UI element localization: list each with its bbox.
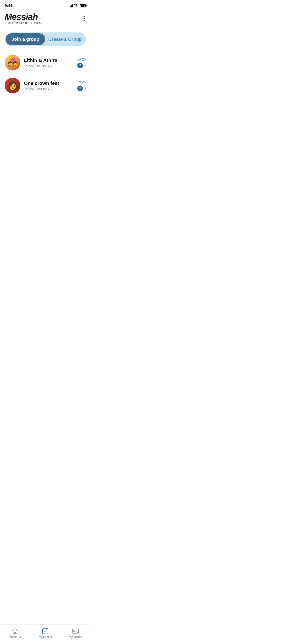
tab-toggle: Join a group Create a Group [5,32,86,46]
wifi-icon [74,4,79,8]
menu-dot [84,18,85,19]
chevron-icon-2: › [84,86,86,91]
battery-icon [80,4,86,8]
status-icons [69,4,86,8]
group-joined-1: Joined 10/10/2022 [24,64,74,68]
group-avatar-2 [5,78,21,94]
menu-dot [84,20,85,21]
group-time-1: 14:25 [77,57,86,61]
join-group-tab[interactable]: Join a group [6,34,45,45]
signal-icon [69,4,73,8]
status-bar: 9:41 [0,0,91,10]
group-info-2: One crown fest Joined 13/09/2022 [21,80,77,91]
group-item-2[interactable]: One crown fest Joined 13/09/2022 9:45 1 … [0,74,91,97]
app-header: Messiah PHOTOGRAPHY & FILMS [0,10,91,28]
group-name-2: One crown fest [24,80,74,86]
group-badge-2: 1 [77,86,83,91]
create-group-tab[interactable]: Create a Group [45,34,85,45]
logo: Messiah PHOTOGRAPHY & FILMS [5,12,44,24]
menu-dot [84,16,85,17]
chevron-icon-1: › [84,62,86,68]
group-item-1[interactable]: Lithin & Athira Joined 10/10/2022 14:25 … [0,51,91,74]
status-time: 9:41 [5,4,13,8]
group-list: Lithin & Athira Joined 10/10/2022 14:25 … [0,50,91,98]
logo-text: Messiah [5,12,44,21]
logo-subtitle: PHOTOGRAPHY & FILMS [5,22,44,24]
group-badge-row-1: 2 › [77,62,86,68]
group-name-1: Lithin & Athira [24,58,74,63]
group-joined-2: Joined 13/09/2022 [24,87,74,91]
group-time-2: 9:45 [79,80,86,84]
more-menu-button[interactable] [82,15,86,22]
group-meta-1: 14:25 2 › [77,57,86,68]
group-avatar-1 [5,55,21,70]
group-meta-2: 9:45 1 › [77,80,86,91]
content-spacer [0,98,91,191]
tab-toggle-container: Join a group Create a Group [0,28,91,50]
group-info-1: Lithin & Athira Joined 10/10/2022 [21,58,77,68]
group-badge-row-2: 1 › [77,86,86,91]
group-badge-1: 2 [77,62,83,68]
